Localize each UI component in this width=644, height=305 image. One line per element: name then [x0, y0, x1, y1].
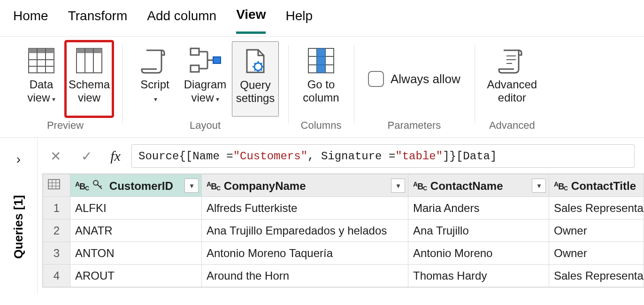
fx-label: fx	[104, 148, 127, 164]
cell-contacttitle[interactable]: Sales Representative	[549, 265, 644, 287]
cell-contacttitle[interactable]: Owner	[549, 219, 644, 242]
cell-customerid[interactable]: ALFKI	[70, 197, 202, 219]
column-filter-button[interactable]: ▾	[532, 179, 546, 193]
svg-line-23	[261, 70, 262, 70]
tab-view[interactable]: View	[236, 7, 266, 34]
svg-rect-11	[191, 65, 199, 72]
column-header-companyname[interactable]: ABC CompanyName ▾	[202, 174, 408, 197]
svg-line-22	[254, 63, 255, 64]
commit-formula-button[interactable]: ✓	[73, 146, 100, 166]
ribbon-group-title-layout: Layout	[190, 117, 221, 135]
svg-rect-10	[191, 48, 199, 55]
ribbon-group-title-parameters: Parameters	[388, 117, 441, 135]
tab-help[interactable]: Help	[285, 8, 313, 33]
cell-contacttitle[interactable]: Sales Representative	[549, 197, 644, 219]
always-allow-label: Always allow	[391, 72, 460, 86]
formula-bar: ✕ ✓ fx Source{[Name = "Customers", Signa…	[42, 143, 644, 173]
query-settings-label: Query settings	[236, 78, 275, 104]
column-header-contactname[interactable]: ABC ContactName ▾	[408, 174, 549, 197]
go-to-column-button[interactable]: Go to column	[298, 41, 345, 117]
tab-transform[interactable]: Transform	[68, 8, 128, 33]
ribbon-group-title-columns: Columns	[301, 117, 342, 135]
cell-contacttitle[interactable]: Owner	[549, 242, 644, 265]
chevron-down-icon: ▾	[154, 95, 157, 103]
schema-view-button[interactable]: Schema view	[66, 41, 113, 117]
ribbon-group-layout: Script▾ Diagram view▾ Query settings Lay…	[122, 41, 288, 135]
text-type-icon: ABC	[554, 181, 567, 191]
cell-companyname[interactable]: Around the Horn	[202, 265, 408, 287]
chevron-down-icon: ▾	[52, 95, 55, 103]
ribbon-group-advanced: Advanced editor Advanced	[475, 41, 550, 135]
cell-customerid[interactable]: ANTON	[70, 242, 202, 265]
column-label: ContactName	[430, 180, 503, 193]
main-area: › Queries [1] ✕ ✓ fx Source{[Name = "Cus…	[0, 138, 644, 294]
column-filter-button[interactable]: ▾	[391, 179, 405, 193]
row-number[interactable]: 3	[43, 242, 70, 265]
script-label: Script	[140, 78, 169, 91]
column-label: CompanyName	[224, 180, 306, 193]
row-number[interactable]: 4	[43, 265, 70, 287]
key-icon	[92, 180, 103, 193]
svg-line-24	[254, 70, 255, 70]
expand-queries-icon[interactable]: ›	[16, 152, 21, 167]
column-filter-button[interactable]: ▾	[184, 179, 199, 193]
data-view-label: Data view	[27, 78, 53, 104]
query-settings-button[interactable]: Query settings	[232, 41, 279, 117]
always-allow-item: Always allow	[363, 41, 465, 117]
table-row[interactable]: 3ANTONAntonio Moreno TaqueríaAntonio Mor…	[43, 242, 644, 265]
text-type-icon: ABC	[207, 181, 220, 191]
svg-line-41	[97, 184, 102, 189]
cell-contactname[interactable]: Maria Anders	[408, 197, 549, 219]
tab-home[interactable]: Home	[13, 8, 48, 33]
ribbon: Data view▾ Schema view Preview Script▾	[0, 37, 644, 138]
cell-companyname[interactable]: Ana Trujillo Emparedados y helados	[202, 219, 408, 242]
table-row[interactable]: 1ALFKIAlfreds FutterkisteMaria AndersSal…	[43, 197, 644, 219]
cell-contactname[interactable]: Antonio Moreno	[408, 242, 549, 265]
cancel-formula-button[interactable]: ✕	[42, 146, 69, 166]
ribbon-group-preview: Data view▾ Schema view Preview	[8, 41, 122, 135]
cell-customerid[interactable]: ANATR	[70, 219, 202, 242]
svg-line-25	[261, 63, 262, 64]
data-view-button[interactable]: Data view▾	[18, 41, 65, 117]
ribbon-group-columns: Go to column Columns	[288, 41, 354, 135]
diagram-view-button[interactable]: Diagram view▾	[179, 41, 231, 117]
table-row[interactable]: 4AROUTAround the HornThomas HardySales R…	[43, 265, 644, 287]
query-settings-icon	[239, 45, 272, 78]
ribbon-group-title-advanced: Advanced	[489, 117, 535, 135]
diagram-view-icon	[189, 44, 222, 77]
script-icon	[138, 44, 171, 77]
text-type-icon: ABC	[75, 181, 89, 191]
queries-rail: › Queries [1]	[0, 138, 38, 294]
cell-customerid[interactable]: AROUT	[70, 265, 202, 287]
column-header-contacttitle[interactable]: ABC ContactTitle	[549, 174, 644, 197]
table-row[interactable]: 2ANATRAna Trujillo Emparedados y helados…	[43, 219, 644, 242]
cell-contactname[interactable]: Thomas Hardy	[408, 265, 549, 287]
formula-input[interactable]: Source{[Name = "Customers", Signature = …	[131, 144, 635, 168]
advanced-editor-button[interactable]: Advanced editor	[484, 41, 540, 117]
go-to-column-label: Go to column	[303, 78, 339, 104]
column-label: CustomerID	[109, 180, 173, 193]
svg-rect-7	[77, 48, 102, 53]
cell-companyname[interactable]: Antonio Moreno Taquería	[202, 242, 408, 265]
table-icon	[48, 179, 60, 189]
table-corner[interactable]	[43, 174, 70, 197]
check-icon: ✓	[81, 149, 92, 164]
row-number[interactable]: 2	[43, 219, 70, 242]
svg-rect-1	[29, 48, 54, 53]
tab-add-column[interactable]: Add column	[147, 8, 216, 33]
script-button[interactable]: Script▾	[131, 41, 178, 117]
cell-contactname[interactable]: Ana Trujillo	[408, 219, 549, 242]
ribbon-group-parameters: Always allow Parameters	[354, 41, 475, 135]
queries-rail-label[interactable]: Queries [1]	[11, 195, 26, 259]
advanced-editor-label: Advanced editor	[487, 78, 537, 104]
row-number[interactable]: 1	[43, 197, 70, 219]
schema-view-label: Schema view	[69, 78, 110, 104]
text-type-icon: ABC	[413, 181, 427, 191]
cell-companyname[interactable]: Alfreds Futterkiste	[202, 197, 408, 219]
column-header-customerid[interactable]: ABC CustomerID ▾	[70, 174, 202, 197]
svg-line-42	[100, 186, 101, 187]
ribbon-group-title-preview: Preview	[47, 117, 84, 135]
data-view-icon	[25, 44, 58, 77]
always-allow-checkbox[interactable]	[368, 71, 384, 87]
go-to-column-icon	[305, 44, 337, 77]
